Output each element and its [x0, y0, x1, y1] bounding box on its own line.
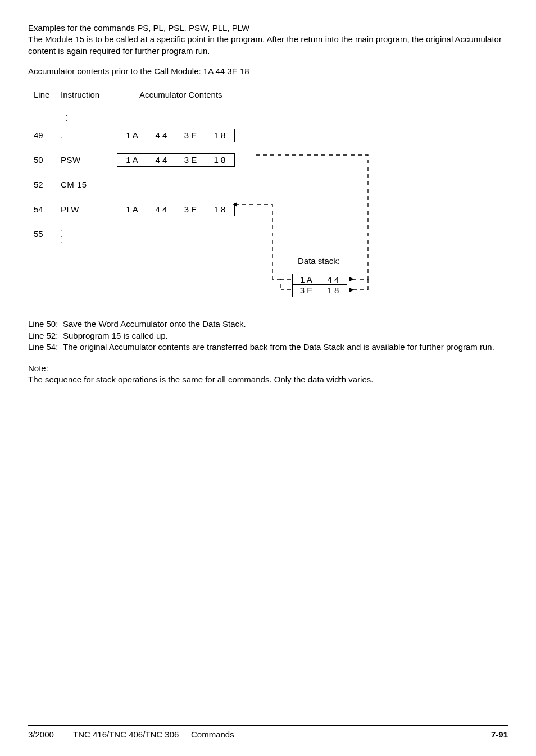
table-row: 54 PLW 1 A 4 4 3 E 1 8 — [34, 198, 508, 221]
table-row: 50 PSW 1 A 4 4 3 E 1 8 — [34, 149, 508, 171]
explain-label: Line 52: — [28, 330, 63, 341]
note-text: The sequence for stack operations is the… — [28, 374, 508, 385]
svg-marker-0 — [349, 277, 354, 281]
stack-byte: 3 E — [293, 285, 320, 296]
vertical-dots-icon: ... — [61, 226, 117, 244]
explain-text: Subprogram 15 is called up. — [63, 330, 508, 341]
footer-page-prefix: 7- — [491, 730, 498, 739]
explanation-block: Line 50: Save the Word Accumulator onto … — [28, 318, 508, 353]
instruction: . — [61, 130, 117, 141]
stack-row: 3 E 1 8 — [292, 284, 347, 297]
acc-byte: 1 8 — [205, 154, 234, 166]
vertical-dots-icon: .. — [66, 111, 68, 121]
page-footer: 3/2000 TNC 416/TNC 406/TNC 306 Commands … — [28, 725, 508, 740]
accumulator-box: 1 A 4 4 3 E 1 8 — [117, 203, 235, 216]
acc-byte: 4 4 — [147, 203, 176, 216]
acc-byte: 3 E — [176, 154, 205, 166]
line-number: 50 — [34, 154, 61, 166]
accumulator-box: 1 A 4 4 3 E 1 8 — [117, 153, 235, 167]
svg-marker-1 — [349, 288, 354, 292]
footer-date: 3/2000 — [28, 729, 73, 740]
explain-text: The original Accumulator contents are tr… — [63, 341, 508, 353]
acc-byte: 1 8 — [205, 203, 234, 216]
acc-byte: 1 A — [117, 154, 147, 166]
acc-byte: 3 E — [176, 129, 205, 142]
acc-byte: 1 A — [117, 203, 147, 216]
example-title: Examples for the commands PS, PL, PSL, P… — [28, 22, 508, 34]
data-stack-label: Data stack: — [298, 256, 340, 267]
accum-prior-line: Accumulator contents prior to the Call M… — [28, 66, 508, 77]
acc-byte: 1 8 — [205, 129, 234, 142]
explain-label: Line 50: — [28, 318, 63, 330]
footer-section: Commands — [191, 729, 491, 740]
table-row: 55 ... — [34, 223, 508, 245]
line-number: 54 — [34, 204, 61, 215]
diagram-area: .. 49 . 1 A 4 4 3 E 1 8 50 PSW 1 A 4 4 3… — [34, 111, 508, 302]
accumulator-box: 1 A 4 4 3 E 1 8 — [117, 129, 235, 142]
example-paragraph: The Module 15 is to be called at a speci… — [28, 34, 508, 57]
footer-page-num: 91 — [498, 730, 508, 739]
acc-byte: 4 4 — [147, 129, 176, 142]
note-title: Note: — [28, 363, 508, 374]
col-header-accum: Accumulator Contents — [117, 89, 508, 101]
acc-byte: 1 A — [117, 129, 147, 142]
instruction: PSW — [61, 154, 117, 166]
acc-byte: 3 E — [176, 203, 205, 216]
line-number: 52 — [34, 179, 61, 190]
col-header-instr: Instruction — [61, 89, 117, 101]
footer-product: TNC 416/TNC 406/TNC 306 — [73, 729, 191, 740]
line-number: 55 — [34, 229, 61, 240]
line-number: 49 — [34, 130, 61, 141]
explain-text: Save the Word Accumulator onto the Data … — [63, 318, 508, 330]
stack-byte: 1 8 — [320, 285, 347, 296]
acc-byte: 4 4 — [147, 154, 176, 166]
col-header-line: Line — [34, 89, 61, 101]
instruction: CM 15 — [61, 179, 117, 190]
instruction: PLW — [61, 204, 117, 215]
footer-page: 7-91 — [491, 729, 508, 740]
table-row: 52 CM 15 — [34, 174, 508, 196]
table-row: 49 . 1 A 4 4 3 E 1 8 — [34, 124, 508, 147]
explain-label: Line 54: — [28, 341, 63, 353]
